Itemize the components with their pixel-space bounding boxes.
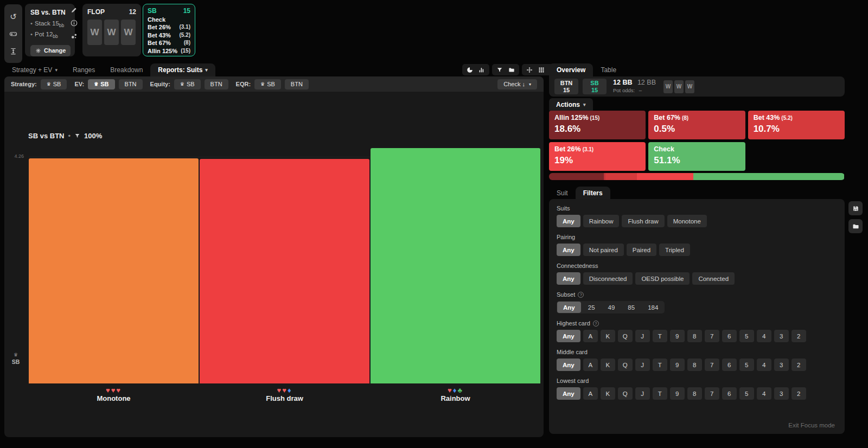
- filter-option-any[interactable]: Any: [557, 387, 580, 400]
- filter-option-a[interactable]: A: [583, 359, 598, 371]
- tab-overview[interactable]: Overview: [549, 63, 593, 76]
- filter-option-q[interactable]: Q: [618, 330, 633, 342]
- filter-option-rainbow[interactable]: Rainbow: [583, 215, 620, 227]
- filter-option-k[interactable]: K: [601, 387, 615, 400]
- filter-option-any[interactable]: Any: [557, 359, 580, 371]
- exit-focus-mode-button[interactable]: Exit Focus mode: [788, 422, 835, 428]
- toggle-eqr-sb[interactable]: ♛SB: [254, 79, 281, 89]
- toggle-equity-btn[interactable]: BTN: [205, 79, 228, 89]
- tab-breakdown[interactable]: Breakdown: [103, 63, 150, 76]
- change-button[interactable]: Change: [30, 45, 71, 56]
- filter-option-2[interactable]: 2: [792, 330, 806, 342]
- filter-option-tripled[interactable]: Tripled: [659, 244, 690, 256]
- filter-option-49[interactable]: 49: [602, 302, 621, 313]
- filter-option-t[interactable]: T: [653, 359, 667, 371]
- action-tile-allin-125-[interactable]: Allin 125%(15)18.6%: [549, 111, 646, 139]
- tab-strategy-ev[interactable]: Strategy + EV▾: [4, 63, 65, 76]
- toggle-strategy-sb[interactable]: ♛SB: [41, 79, 67, 89]
- filter-option-9[interactable]: 9: [670, 359, 685, 371]
- filter-option-7[interactable]: 7: [705, 330, 719, 342]
- filter-option-connected[interactable]: Connected: [692, 272, 735, 285]
- action-tile-check[interactable]: Check51.1%: [648, 142, 745, 171]
- filter-option-j[interactable]: J: [635, 359, 650, 371]
- stack-depth-icon[interactable]: [9, 47, 17, 55]
- filter-option-8[interactable]: 8: [687, 387, 702, 400]
- filter-option-q[interactable]: Q: [618, 359, 633, 371]
- filter-option-any[interactable]: Any: [557, 215, 580, 227]
- filter-option-9[interactable]: 9: [670, 330, 685, 342]
- filter-option-flush-draw[interactable]: Flush draw: [622, 215, 664, 227]
- filter-option-7[interactable]: 7: [705, 359, 719, 371]
- player-box-sb[interactable]: SB15: [583, 79, 607, 94]
- filter-option-j[interactable]: J: [635, 330, 650, 342]
- filter-option-4[interactable]: 4: [757, 359, 771, 371]
- filter-option-6[interactable]: 6: [722, 330, 737, 342]
- filter-option-5[interactable]: 5: [739, 359, 754, 371]
- filter-option-any[interactable]: Any: [557, 330, 580, 342]
- tab-ranges[interactable]: Ranges: [65, 63, 103, 76]
- filter-option-t[interactable]: T: [653, 387, 667, 400]
- filter-option-6[interactable]: 6: [722, 359, 737, 371]
- move-icon[interactable]: [526, 67, 533, 73]
- pie-chart-icon[interactable]: [467, 67, 473, 73]
- pencil-icon[interactable]: [70, 6, 78, 14]
- current-node-panel[interactable]: SB 15 CheckBet 26%(3.1)Bet 43%(5.2)Bet 6…: [143, 4, 195, 56]
- save-icon[interactable]: [848, 201, 863, 215]
- filter-option-25[interactable]: 25: [582, 302, 601, 313]
- toggle-eqr-btn[interactable]: BTN: [285, 79, 309, 89]
- info-icon[interactable]: [70, 19, 78, 27]
- toggle-equity-sb[interactable]: ♛SB: [174, 79, 201, 89]
- action-tile-bet-67-[interactable]: Bet 67%(8)0.5%: [648, 111, 745, 139]
- filter-option-monotone[interactable]: Monotone: [667, 215, 707, 227]
- filter-option-any[interactable]: Any: [557, 244, 580, 256]
- filter-option-3[interactable]: 3: [774, 387, 789, 400]
- filter-option-9[interactable]: 9: [670, 387, 685, 400]
- tab-reports-suits[interactable]: Reports: Suits▾: [150, 63, 215, 76]
- grid-icon[interactable]: [538, 67, 545, 73]
- filter-option-4[interactable]: 4: [757, 330, 771, 342]
- tab-filters[interactable]: Filters: [576, 187, 610, 200]
- filter-option-7[interactable]: 7: [705, 387, 719, 400]
- filter-icon[interactable]: [496, 67, 503, 73]
- bar-chart-icon[interactable]: [478, 67, 485, 73]
- filter-option-k[interactable]: K: [601, 359, 615, 371]
- filter-option-a[interactable]: A: [583, 387, 598, 400]
- action-tile-bet-26-[interactable]: Bet 26%(3.1)19%: [549, 142, 646, 171]
- filter-option-q[interactable]: Q: [618, 387, 633, 400]
- folder-icon[interactable]: [508, 67, 515, 73]
- tab-table[interactable]: Table: [593, 63, 624, 76]
- bar-flush-draw[interactable]: [200, 159, 369, 383]
- filter-option-j[interactable]: J: [635, 387, 650, 400]
- filter-option-any[interactable]: Any: [557, 302, 581, 313]
- filter-option-5[interactable]: 5: [739, 387, 754, 400]
- toggle-ev-sb[interactable]: ♛SB: [88, 79, 114, 89]
- tab-suit[interactable]: Suit: [549, 187, 576, 200]
- gamepad-icon[interactable]: [9, 30, 17, 38]
- reset-icon[interactable]: ↺: [10, 12, 17, 21]
- folder-icon[interactable]: [848, 219, 863, 233]
- player-box-btn[interactable]: BTN15: [554, 79, 578, 94]
- filter-option-disconnected[interactable]: Disconnected: [583, 272, 633, 285]
- filter-option-8[interactable]: 8: [687, 330, 702, 342]
- share-icon[interactable]: [70, 32, 78, 40]
- filter-option-2[interactable]: 2: [792, 387, 806, 400]
- filter-option-t[interactable]: T: [653, 330, 667, 342]
- filter-option-any[interactable]: Any: [557, 272, 580, 285]
- bar-rainbow[interactable]: [371, 148, 540, 383]
- action-line-select[interactable]: Check ↓▾: [497, 79, 537, 89]
- filter-option-k[interactable]: K: [601, 330, 615, 342]
- filter-option-8[interactable]: 8: [687, 359, 702, 371]
- filter-option-3[interactable]: 3: [774, 359, 789, 371]
- filter-option-not-paired[interactable]: Not paired: [583, 244, 624, 256]
- filter-option-3[interactable]: 3: [774, 330, 789, 342]
- filter-option-184[interactable]: 184: [642, 302, 664, 313]
- filter-option-85[interactable]: 85: [622, 302, 641, 313]
- actions-dropdown[interactable]: Actions ▾: [549, 98, 593, 111]
- toggle-ev-btn[interactable]: BTN: [119, 79, 143, 89]
- filter-option-4[interactable]: 4: [757, 387, 771, 400]
- filter-option-5[interactable]: 5: [739, 330, 754, 342]
- filter-option-6[interactable]: 6: [722, 387, 737, 400]
- bar-monotone[interactable]: [29, 158, 199, 383]
- action-tile-bet-43-[interactable]: Bet 43%(5.2)10.7%: [748, 111, 845, 139]
- filter-option-a[interactable]: A: [583, 330, 598, 342]
